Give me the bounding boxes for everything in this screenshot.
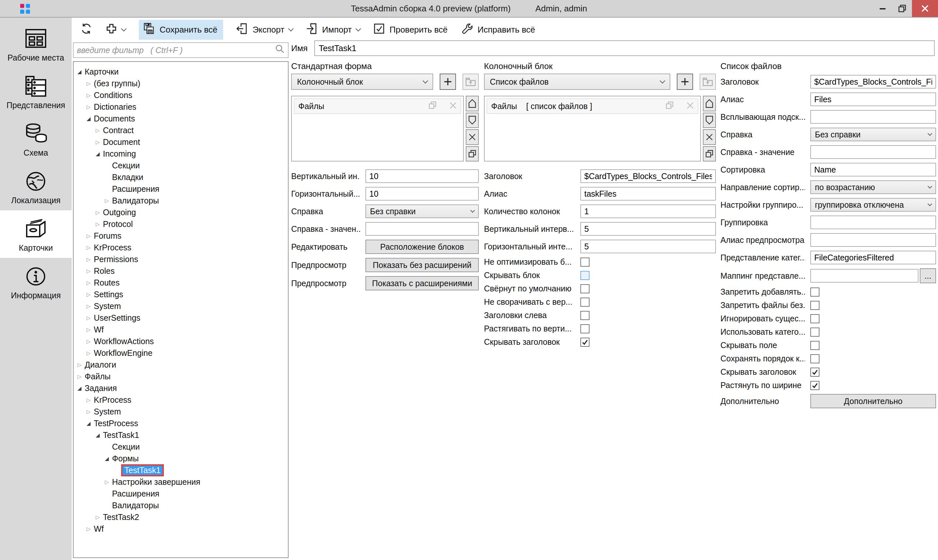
tree-item[interactable]: ▷Document xyxy=(74,136,288,148)
tree-item[interactable]: ◢Карточки xyxy=(74,66,288,77)
sidebar-item-Локализация[interactable]: Локализация xyxy=(0,163,72,210)
expand-arrow-icon[interactable]: ▷ xyxy=(76,374,83,380)
move-up-button[interactable] xyxy=(703,96,716,111)
delete-button[interactable] xyxy=(703,129,716,145)
tree-item[interactable]: ▷Wf xyxy=(74,523,288,535)
refresh-button[interactable] xyxy=(80,23,92,37)
tree-item[interactable]: ▷Roles xyxy=(74,265,288,277)
expand-arrow-icon[interactable]: ▷ xyxy=(85,104,92,110)
fix-all-button[interactable]: Исправить всё xyxy=(461,23,535,37)
controls-list[interactable]: Файлы[ список файлов ] xyxy=(484,96,701,162)
control-type-select[interactable]: Список файлов xyxy=(484,74,670,90)
field-button[interactable]: Расположение блоков xyxy=(365,240,479,254)
close-icon[interactable] xyxy=(450,102,457,111)
restore-button[interactable] xyxy=(892,0,912,17)
tree-item[interactable]: ▷UserSettings xyxy=(74,312,288,324)
tree-item[interactable]: ▷Routes xyxy=(74,277,288,288)
move-down-button[interactable] xyxy=(466,113,479,128)
tree-item[interactable]: ▷Protocol xyxy=(74,218,288,230)
collapse-arrow-icon[interactable]: ◢ xyxy=(103,455,110,462)
expand-arrow-icon[interactable]: ▷ xyxy=(85,326,92,333)
tree-item[interactable]: ▷System xyxy=(74,406,288,417)
filter-input[interactable] xyxy=(77,46,275,55)
field-input[interactable] xyxy=(581,222,716,236)
sidebar-item-Карточки[interactable]: Карточки xyxy=(0,210,72,258)
copy-icon[interactable] xyxy=(429,101,436,111)
copy-icon[interactable] xyxy=(666,101,673,111)
move-up-button[interactable] xyxy=(466,96,479,111)
tree-item[interactable]: ▷KrProcess xyxy=(74,242,288,253)
collapse-arrow-icon[interactable]: ◢ xyxy=(94,432,101,438)
checkbox[interactable] xyxy=(810,341,819,350)
tree-item[interactable]: Расширения xyxy=(74,488,288,500)
tree-item[interactable]: ▷WorkflowActions xyxy=(74,335,288,347)
tree-item[interactable]: ▷Settings xyxy=(74,288,288,300)
field-select[interactable]: по возрастанию xyxy=(810,180,936,194)
field-input[interactable] xyxy=(581,240,716,253)
sidebar-item-Представления[interactable]: Представления xyxy=(0,68,72,115)
tree-item[interactable]: Секции xyxy=(74,441,288,452)
copy-button[interactable] xyxy=(703,146,716,162)
collapse-arrow-icon[interactable]: ◢ xyxy=(76,69,83,75)
delete-button[interactable] xyxy=(466,129,479,145)
control-type-select[interactable]: Колоночный блок xyxy=(291,74,433,90)
field-input[interactable] xyxy=(810,145,936,159)
tree-item[interactable]: ▷TestTask2 xyxy=(74,511,288,523)
field-input[interactable] xyxy=(810,75,936,89)
tree-item[interactable]: ▷WorkflowEngine xyxy=(74,347,288,359)
copy-button[interactable] xyxy=(466,146,479,162)
checkbox[interactable] xyxy=(810,314,819,323)
tree-item[interactable]: Вкладки xyxy=(74,171,288,183)
collapse-arrow-icon[interactable]: ◢ xyxy=(85,420,92,426)
sidebar-item-Информация[interactable]: Информация xyxy=(0,258,72,305)
blocks-list[interactable]: Файлы xyxy=(291,96,464,162)
expand-arrow-icon[interactable]: ▷ xyxy=(94,514,101,520)
paste-control-button[interactable] xyxy=(699,74,716,90)
expand-arrow-icon[interactable]: ▷ xyxy=(85,280,92,286)
field-input[interactable] xyxy=(810,251,936,265)
name-input[interactable] xyxy=(314,40,935,56)
expand-arrow-icon[interactable]: ▷ xyxy=(85,291,92,298)
checkbox[interactable] xyxy=(581,284,590,293)
tree-item[interactable]: ◢Формы xyxy=(74,452,288,464)
expand-arrow-icon[interactable]: ▷ xyxy=(85,256,92,262)
list-item[interactable]: Файлы xyxy=(294,98,461,114)
ellipsis-button[interactable]: ... xyxy=(920,268,936,283)
collapse-arrow-icon[interactable]: ◢ xyxy=(94,151,101,157)
checkbox[interactable] xyxy=(581,298,590,307)
expand-arrow-icon[interactable]: ▷ xyxy=(103,479,110,485)
sidebar-item-Схема[interactable]: Схема xyxy=(0,115,72,163)
tree-item[interactable]: ◢Documents xyxy=(74,113,288,125)
field-input[interactable] xyxy=(810,92,936,106)
checkbox[interactable] xyxy=(581,338,590,347)
field-select[interactable]: Без справки xyxy=(810,128,936,141)
field-select[interactable]: Без справки xyxy=(365,205,479,218)
expand-arrow-icon[interactable]: ▷ xyxy=(94,127,101,134)
expand-arrow-icon[interactable]: ▷ xyxy=(85,80,92,87)
expand-arrow-icon[interactable]: ▷ xyxy=(85,268,92,274)
checkbox[interactable] xyxy=(810,381,819,390)
tree-item[interactable]: ▷Валидаторы xyxy=(74,195,288,206)
collapse-arrow-icon[interactable]: ◢ xyxy=(85,115,92,122)
tree-item[interactable]: ◢Задания xyxy=(74,382,288,394)
expand-arrow-icon[interactable]: ▷ xyxy=(76,362,83,368)
tree-item[interactable]: ▷Диалоги xyxy=(74,359,288,371)
tree-item[interactable]: ▷Wf xyxy=(74,324,288,335)
field-select[interactable]: группировка отключена xyxy=(810,198,936,212)
expand-arrow-icon[interactable]: ▷ xyxy=(103,198,110,204)
expand-arrow-icon[interactable]: ▷ xyxy=(85,338,92,345)
checkbox[interactable] xyxy=(581,311,590,320)
checkbox[interactable] xyxy=(581,271,590,280)
field-input[interactable] xyxy=(365,169,479,183)
checkbox[interactable] xyxy=(810,288,819,297)
field-input[interactable] xyxy=(810,110,936,124)
field-input[interactable] xyxy=(581,187,716,200)
field-button[interactable]: Показать без расширений xyxy=(365,258,479,272)
tree-item[interactable]: ◢Incoming xyxy=(74,148,288,160)
checkbox[interactable] xyxy=(581,257,590,267)
tree-item[interactable]: ▷(без группы) xyxy=(74,77,288,89)
save-all-button[interactable]: Сохранить всё xyxy=(139,20,223,40)
minimize-button[interactable] xyxy=(873,0,892,17)
tree-item[interactable]: ▷Файлы xyxy=(74,371,288,382)
import-button[interactable]: Импорт xyxy=(306,23,360,37)
